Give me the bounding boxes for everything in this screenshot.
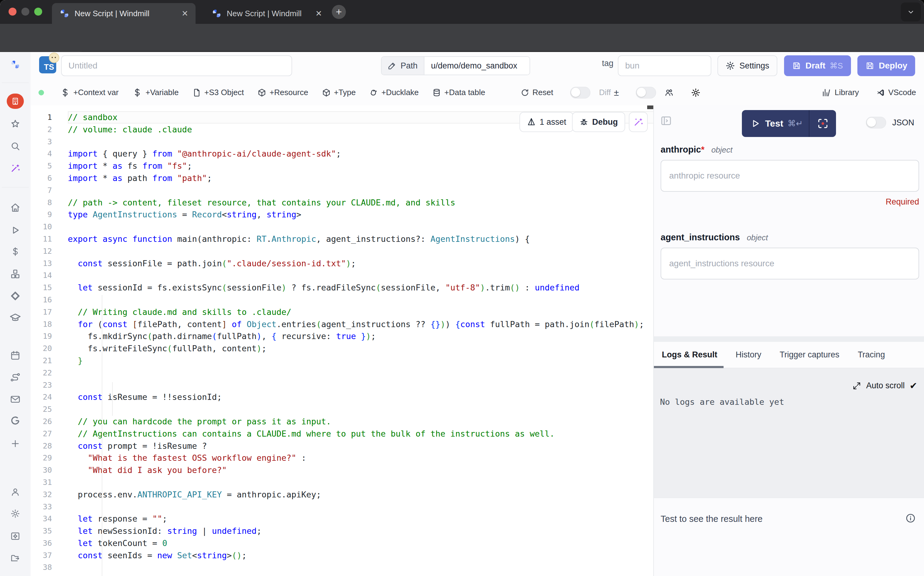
toolbar-add-resource[interactable]: +Resource bbox=[257, 88, 308, 97]
calendar-icon[interactable] bbox=[0, 350, 30, 361]
code-line-23[interactable] bbox=[68, 379, 654, 391]
watch-mode-button[interactable] bbox=[809, 117, 836, 130]
autoscroll-control[interactable]: Auto scroll ✔ bbox=[852, 380, 917, 391]
code-line-36[interactable]: let tokenCount = 0 bbox=[68, 537, 654, 549]
users-icon[interactable] bbox=[664, 88, 674, 98]
diff-toggle[interactable] bbox=[570, 87, 590, 98]
flows-icon[interactable] bbox=[0, 372, 30, 383]
code-line-24[interactable]: const isResume = !!sessionId; bbox=[68, 391, 654, 403]
toolbar-add-variable[interactable]: +Variable bbox=[132, 88, 179, 98]
path-value[interactable]: u/demo/demo_sandbox bbox=[424, 57, 530, 75]
info-icon[interactable] bbox=[905, 513, 916, 524]
collapse-sidebar-icon[interactable] bbox=[0, 553, 30, 563]
search-icon[interactable] bbox=[0, 141, 30, 152]
debug-button[interactable]: Debug bbox=[572, 112, 625, 132]
code-line-32[interactable]: process.env.ANTHROPIC_API_KEY = anthropi… bbox=[68, 488, 654, 501]
code-line-11[interactable]: export async function main(anthropic: RT… bbox=[68, 233, 654, 245]
code-line-34[interactable]: let response = ""; bbox=[68, 513, 654, 525]
code-line-33[interactable] bbox=[68, 501, 654, 513]
code-line-15[interactable]: let sessionId = fs.existsSync(sessionFil… bbox=[68, 282, 654, 294]
checkmark-icon[interactable]: ✔ bbox=[910, 380, 917, 391]
vscode-button[interactable]: VScode bbox=[876, 88, 916, 97]
code-line-14[interactable] bbox=[68, 269, 654, 282]
code-line-27[interactable]: // AgentInstructions can contains a CLAU… bbox=[68, 428, 654, 440]
minimize-window-button[interactable] bbox=[21, 8, 29, 16]
collapse-panel-icon[interactable] bbox=[660, 115, 672, 127]
script-summary-input[interactable]: Untitled bbox=[61, 55, 292, 76]
favorites-icon[interactable] bbox=[0, 118, 30, 130]
resources-icon[interactable] bbox=[0, 269, 30, 280]
library-button[interactable]: Library bbox=[822, 88, 859, 98]
code-content[interactable]: // sandbox// volume: claude .claudeimpor… bbox=[68, 111, 654, 576]
code-line-17[interactable]: // Writing claude.md and skills to .clau… bbox=[68, 306, 654, 318]
settings-button[interactable]: Settings bbox=[717, 55, 777, 76]
workspace-settings-icon[interactable] bbox=[0, 531, 30, 541]
reset-button[interactable]: Reset bbox=[520, 88, 553, 97]
close-window-button[interactable] bbox=[8, 8, 16, 16]
anthropic-resource-input[interactable]: anthropic resource bbox=[661, 160, 919, 192]
code-line-8[interactable]: // path -> content, fileset resource, th… bbox=[68, 197, 654, 209]
test-button[interactable]: Test ⌘↵ bbox=[742, 110, 836, 137]
code-line-29[interactable]: "What is the fastest OSS workflow engine… bbox=[68, 452, 654, 464]
panel-resize-handle[interactable] bbox=[654, 336, 924, 342]
code-line-12[interactable] bbox=[68, 245, 654, 258]
toolbar-add-s3object[interactable]: +S3 Object bbox=[192, 88, 244, 97]
code-line-7[interactable] bbox=[68, 184, 654, 197]
new-tab-button[interactable]: + bbox=[332, 5, 346, 19]
code-line-37[interactable]: const seenIds = new Set<string>(); bbox=[68, 549, 654, 562]
editor-settings-icon[interactable] bbox=[691, 88, 701, 98]
home-icon[interactable] bbox=[0, 202, 30, 213]
deploy-button[interactable]: Deploy bbox=[857, 55, 915, 76]
code-line-6[interactable]: import * as path from "path"; bbox=[68, 172, 654, 184]
runs-icon[interactable] bbox=[0, 225, 30, 236]
variables-icon[interactable] bbox=[0, 246, 30, 257]
add-icon[interactable] bbox=[0, 438, 30, 449]
code-line-38[interactable] bbox=[68, 561, 654, 574]
code-line-18[interactable]: for (const [filePath, content] of Object… bbox=[68, 318, 654, 331]
tab-history[interactable]: History bbox=[736, 350, 761, 360]
assets-button[interactable]: 1 asset bbox=[519, 112, 573, 132]
code-line-3[interactable] bbox=[68, 136, 654, 148]
tag-input[interactable]: bun bbox=[618, 55, 711, 76]
schedules-icon[interactable] bbox=[0, 290, 30, 301]
code-line-21[interactable]: } bbox=[68, 355, 654, 367]
tab-search-button[interactable] bbox=[901, 2, 921, 21]
code-line-22[interactable] bbox=[68, 367, 654, 379]
toolbar-add-datatable[interactable]: +Data table bbox=[432, 88, 485, 97]
ai-wand-icon[interactable] bbox=[0, 163, 30, 174]
agent-instructions-resource-input[interactable]: agent_instructions resource bbox=[661, 248, 919, 280]
code-line-10[interactable] bbox=[68, 221, 654, 233]
toolbar-add-type[interactable]: +Type bbox=[322, 88, 356, 97]
ai-assistant-button[interactable] bbox=[629, 112, 648, 132]
windmill-logo[interactable] bbox=[0, 59, 30, 70]
panel-menu-icon[interactable] bbox=[920, 118, 924, 128]
tab-logs-result[interactable]: Logs & Result bbox=[662, 350, 717, 360]
browser-tab-inactive[interactable]: New Script | Windmill ✕ bbox=[204, 3, 329, 24]
learn-icon[interactable] bbox=[0, 312, 30, 324]
toolbar-add-ducklake[interactable]: +Ducklake bbox=[369, 88, 419, 97]
code-editor[interactable]: 1234567891011121314151617181920212223242… bbox=[30, 106, 654, 576]
json-toggle[interactable] bbox=[866, 117, 886, 128]
code-line-19[interactable]: fs.mkdirSync(path.dirname(fullPath), { r… bbox=[68, 330, 654, 342]
multiplayer-toggle[interactable] bbox=[636, 87, 656, 98]
code-line-25[interactable] bbox=[68, 403, 654, 416]
code-line-35[interactable]: let newSessionId: string | undefined; bbox=[68, 525, 654, 537]
browser-tab-active[interactable]: New Script | Windmill ✕ bbox=[52, 3, 196, 24]
edit-path-icon[interactable] bbox=[388, 61, 396, 70]
code-line-31[interactable] bbox=[68, 476, 654, 488]
code-line-20[interactable]: fs.writeFileSync(fullPath, content); bbox=[68, 342, 654, 355]
zoom-window-button[interactable] bbox=[34, 8, 42, 16]
code-line-28[interactable]: const prompt = !isResume ? bbox=[68, 440, 654, 452]
tab-tracing[interactable]: Tracing bbox=[858, 350, 885, 360]
code-line-5[interactable]: import * as fs from "fs"; bbox=[68, 160, 654, 172]
toolbar-add-contextvar[interactable]: +Context var bbox=[60, 88, 118, 98]
settings-icon[interactable] bbox=[0, 509, 30, 518]
google-icon[interactable] bbox=[0, 416, 30, 426]
path-control[interactable]: Path u/demo/demo_sandbox bbox=[381, 56, 530, 75]
mail-icon[interactable] bbox=[0, 394, 30, 405]
code-line-13[interactable]: const sessionFile = path.join(".claude/s… bbox=[68, 258, 654, 270]
close-tab-icon[interactable]: ✕ bbox=[182, 9, 188, 18]
account-icon[interactable] bbox=[0, 487, 30, 497]
close-tab-icon[interactable]: ✕ bbox=[315, 9, 322, 18]
tab-trigger-captures[interactable]: Trigger captures bbox=[780, 350, 839, 360]
